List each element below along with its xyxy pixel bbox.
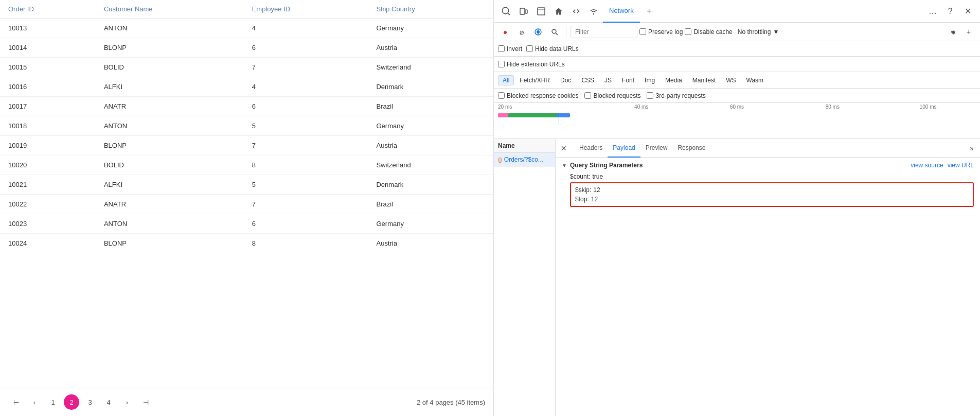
filter-tab-all[interactable]: All [498,75,514,85]
svg-rect-0 [520,8,525,14]
device-toggle-icon[interactable] [515,3,532,20]
page-4-button[interactable]: 4 [101,394,116,410]
blocked-response-cookies-label[interactable]: Blocked response cookies [498,92,578,99]
filter-tab-js[interactable]: JS [600,75,616,85]
clear-button[interactable]: ⌀ [514,25,529,39]
network-timeline[interactable]: 20 ms40 ms60 ms80 ms100 ms [494,103,980,139]
table-cell-shipCountry: Switzerland [368,155,493,175]
page-last-button[interactable]: ⊣ [138,394,153,410]
network-tab[interactable]: Network [603,0,640,23]
filter-tab-media[interactable]: Media [661,75,687,85]
detail-tab-headers[interactable]: Headers [574,139,608,158]
timeline-label: 100 ms [880,104,976,110]
detail-more-icon[interactable]: » [966,142,978,154]
table-cell-shipCountry: Switzerland [368,58,493,77]
help-icon[interactable]: ? [942,3,958,20]
table-cell-orderId: 10015 [0,58,96,77]
hide-extension-urls-checkbox[interactable] [498,61,505,67]
table-cell-employeeId: 4 [244,77,368,97]
param-count-value: true [592,173,603,180]
table-cell-shipCountry: Germany [368,19,493,38]
filter-icon-btn[interactable] [531,25,545,39]
page-prev-button[interactable]: ‹ [27,394,42,410]
blocked-requests-checkbox[interactable] [584,92,591,99]
filter-tab-doc[interactable]: Doc [556,75,576,85]
table-cell-orderId: 10023 [0,214,96,234]
search-icon-btn[interactable] [547,25,562,39]
filter-tab-ws[interactable]: WS [721,75,740,85]
table-cell-employeeId: 8 [244,155,368,175]
param-top: $top: 12 [575,195,969,204]
table-cell-customerName: ANATR [96,97,244,116]
table-cell-employeeId: 4 [244,19,368,38]
preserve-log-checkbox[interactable] [639,28,646,35]
filter-tab-img[interactable]: Img [640,75,660,85]
filter-tab-fetch/xhr[interactable]: Fetch/XHR [515,75,555,85]
devtools-toolbar3: Hide extension URLs [494,57,980,72]
network-list-item[interactable]: {} Orders/?$co... [494,153,555,167]
payload-content: ▼ Query String Parameters view source vi… [556,158,980,217]
blocked-response-cookies-checkbox[interactable] [498,92,505,99]
hide-data-urls-label[interactable]: Hide data URLs [526,45,579,53]
devtools-panel: Network + … ? ✕ ● ⌀ Preserve log Disable… [494,0,980,416]
page-3-button[interactable]: 3 [82,394,98,410]
filter-input[interactable] [571,26,637,38]
disable-cache-checkbox[interactable] [685,28,691,35]
detail-tab-payload[interactable]: Payload [608,139,640,158]
disable-cache-label[interactable]: Disable cache [685,28,732,36]
table-row: 10015BOLID7Switzerland [0,58,493,77]
filter-tab-manifest[interactable]: Manifest [688,75,720,85]
filter-tab-css[interactable]: CSS [577,75,599,85]
detail-tab-response[interactable]: Response [672,139,710,158]
filter-tab-font[interactable]: Font [617,75,639,85]
settings-icon-btn[interactable] [945,25,959,39]
wifi-icon[interactable] [585,3,602,20]
table-cell-customerName: BLONP [96,136,244,155]
page-1-button[interactable]: 1 [45,394,61,410]
page-2-button[interactable]: 2 [64,394,79,410]
timeline-bars [498,113,976,124]
add-network-condition-icon[interactable]: + [961,25,976,39]
page-next-button[interactable]: › [119,394,135,410]
preserve-log-label[interactable]: Preserve log [639,28,683,36]
close-devtools-icon[interactable]: ✕ [959,3,976,20]
more-options-icon[interactable]: … [924,3,941,20]
param-top-value: 12 [591,196,598,203]
invert-checkbox[interactable] [498,45,505,52]
invert-checkbox-label[interactable]: Invert [498,45,522,53]
table-cell-employeeId: 5 [244,175,368,195]
throttle-button[interactable]: No throttling ▼ [735,27,782,37]
table-cell-customerName: BOLID [96,58,244,77]
data-table: Order ID Customer Name Employee ID Ship … [0,0,493,388]
table-cell-shipCountry: Austria [368,38,493,58]
detail-tab-preview[interactable]: Preview [640,139,673,158]
table-cell-customerName: ANTON [96,214,244,234]
third-party-requests-label[interactable]: 3rd-party requests [647,92,705,99]
timeline-bar-green [508,113,560,117]
hide-data-urls-checkbox[interactable] [526,45,533,52]
timeline-label: 40 ms [594,104,689,110]
record-button[interactable]: ● [498,25,512,39]
source-icon[interactable] [568,3,584,20]
filter-tab-wasm[interactable]: Wasm [742,75,769,85]
page-first-button[interactable]: ⊢ [8,394,24,410]
elements-icon[interactable] [533,3,549,20]
home-icon[interactable] [550,3,567,20]
pagination-controls: ⊢ ‹ 1 2 3 4 › ⊣ [8,394,153,410]
hide-extension-urls-label[interactable]: Hide extension URLs [498,61,565,68]
col-customer-name: Customer Name [96,0,244,19]
table-cell-shipCountry: Denmark [368,77,493,97]
view-source-link[interactable]: view source [911,162,943,169]
blocked-requests-label[interactable]: Blocked requests [584,92,640,99]
inspect-icon[interactable] [498,3,514,20]
col-order-id: Order ID [0,0,96,19]
table-cell-customerName: BLONP [96,38,244,58]
table-cell-shipCountry: Germany [368,214,493,234]
detail-close-button[interactable]: ✕ [558,142,570,154]
view-url-link[interactable]: view URL [948,162,974,169]
table-cell-customerName: ANTON [96,19,244,38]
table-cell-employeeId: 6 [244,97,368,116]
third-party-requests-checkbox[interactable] [647,92,653,99]
add-tab-icon[interactable]: + [641,3,657,20]
network-list-header: Name [494,139,555,153]
